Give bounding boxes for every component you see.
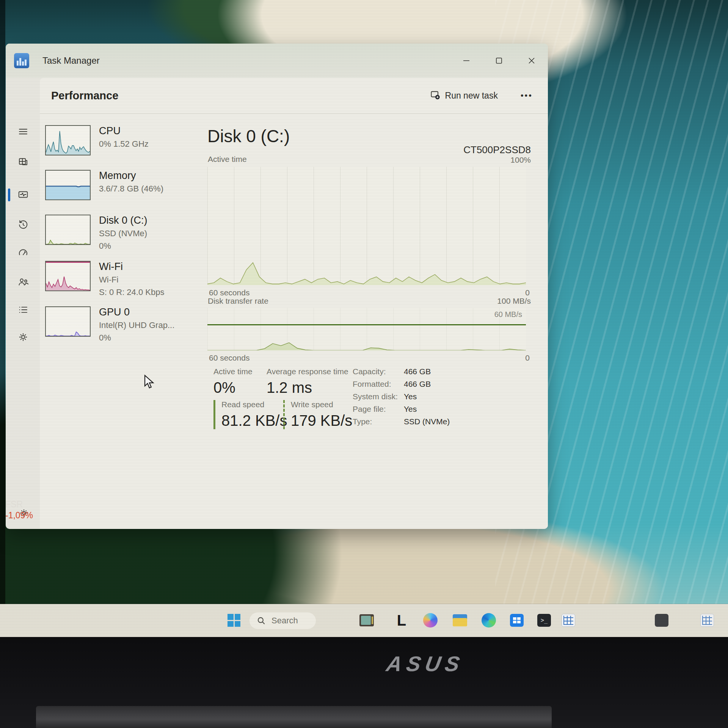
cpu-stats: 0% 1.52 GHz [99,139,149,149]
transfer-rate-chart: 60 MB/s [207,308,526,350]
wifi-title: Wi-Fi [99,261,164,273]
window-title: Task Manager [42,55,100,66]
avg-response-value: 1.2 ms [267,379,348,396]
fsr-label: FSR [5,499,33,510]
details-icon [17,304,29,315]
task-manager-window: Task Manager [6,44,548,529]
panel-memory[interactable]: Memory 3.6/7.8 GB (46%) [45,170,204,200]
tray-app-2-icon [700,614,714,627]
gpu-sparkline [46,307,90,336]
read-speed-stat: Read speed 81.2 KB/s [213,400,287,429]
disk-model: CT500P2SSD8 [463,144,531,156]
start-button[interactable] [224,611,243,630]
taskbar-search[interactable]: Search [249,612,316,629]
active-time-x-right: 0 [525,288,530,297]
windows-taskbar: Search L >_ [0,604,728,637]
system-disk-value: Yes [404,392,417,401]
selected-indicator [8,188,10,201]
performance-page: Performance Run new task ••• [40,78,548,529]
property-row-capacity: Capacity: 466 GB [353,367,450,376]
fsr-overlay: FSR -1,09% [5,499,33,521]
disk-detail-title: Disk 0 (C:) [207,126,290,146]
taskbar-apps-grid[interactable] [559,611,578,630]
memory-mini-chart [45,170,91,200]
read-speed-label: Read speed [221,400,287,409]
memory-sparkline [46,171,90,199]
more-options-button[interactable]: ••• [518,90,535,101]
wifi-sparkline [46,262,90,290]
microsoft-store-icon [510,614,524,627]
performance-icon [17,189,29,200]
startup-apps-icon [17,247,29,259]
panel-wifi[interactable]: Wi-Fi Wi-Fi S: 0 R: 24.0 Kbps [45,261,204,297]
processes-icon [17,156,29,168]
hamburger-menu-icon [17,126,29,137]
tray-app-1-icon [655,614,668,627]
read-speed-value: 81.2 KB/s [221,412,287,429]
write-speed-stat: Write speed 179 KB/s [283,400,352,429]
sidebar-item-performance[interactable] [15,186,31,203]
fsr-value: -1,09% [5,510,33,521]
asus-logo: ASUS [384,651,466,676]
panel-gpu[interactable]: GPU 0 Intel(R) UHD Grap... 0% [45,306,204,343]
memory-title: Memory [99,170,163,182]
write-speed-label: Write speed [291,400,352,409]
search-label: Search [271,616,298,626]
run-new-task-icon [430,90,441,101]
memory-stats: 3.6/7.8 GB (46%) [99,184,163,194]
formatted-label: Formatted: [353,380,404,389]
disk-mini-chart [45,215,91,245]
titlebar: Task Manager [6,44,548,78]
active-time-axis-label: Active time [208,155,247,164]
sidebar-menu-button[interactable] [15,123,31,140]
sidebar-item-startup-apps[interactable] [15,245,31,261]
sidebar-item-app-history[interactable] [15,217,31,233]
edge-icon [482,613,496,628]
panel-cpu[interactable]: CPU 0% 1.52 GHz [45,125,204,155]
laptop-hinge [36,706,552,728]
taskbar-l-app[interactable]: L [392,611,411,630]
active-time-x-left: 60 seconds [209,288,249,297]
gpu-title: GPU 0 [99,306,174,318]
tray-app-1[interactable] [652,611,671,630]
type-label: Type: [353,417,404,426]
write-speed-value: 179 KB/s [291,412,352,429]
panel-disk[interactable]: Disk 0 (C:) SSD (NVMe) 0% [45,215,204,251]
taskbar-tv-app[interactable] [357,611,376,630]
l-app-icon: L [397,613,406,628]
disk-detail-view: Disk 0 (C:) CT500P2SSD8 Active time 100%… [207,114,532,529]
tv-app-icon [359,614,374,626]
sidebar-item-details[interactable] [15,301,31,318]
cpu-title: CPU [99,125,149,137]
sidebar-item-users[interactable] [15,273,31,290]
active-time-chart [207,167,526,285]
gpu-mini-chart [45,306,91,337]
taskbar-edge[interactable] [479,611,498,630]
disk-type: SSD (NVMe) [99,228,147,239]
active-time-ymax: 100% [510,155,531,165]
taskbar-terminal[interactable]: >_ [535,611,554,630]
taskbar-file-explorer[interactable] [450,611,469,630]
minimize-icon [462,56,471,65]
close-button[interactable] [515,44,548,78]
minimize-button[interactable] [450,44,483,78]
transfer-rate-axis-label: Disk transfer rate [208,297,268,306]
property-row-formatted: Formatted: 466 GB [353,380,450,389]
capacity-label: Capacity: [353,367,404,376]
transfer-x-right: 0 [525,353,530,362]
run-new-task-button[interactable]: Run new task [428,90,500,101]
services-gear-icon [17,331,29,343]
sidebar-item-processes[interactable] [15,154,31,170]
property-row-system-disk: System disk: Yes [353,392,450,401]
taskbar-copilot[interactable] [421,611,440,630]
taskbar-store[interactable] [507,611,526,630]
wifi-adapter: Wi-Fi [99,275,164,285]
sidebar-item-services[interactable] [15,329,31,345]
windows-logo-icon [228,614,240,627]
maximize-button[interactable] [483,44,515,78]
tray-app-2[interactable] [698,611,717,630]
property-row-page-file: Page file: Yes [353,405,450,414]
capacity-value: 466 GB [404,367,431,376]
formatted-value: 466 GB [404,380,431,389]
navigation-sidebar [6,78,40,529]
